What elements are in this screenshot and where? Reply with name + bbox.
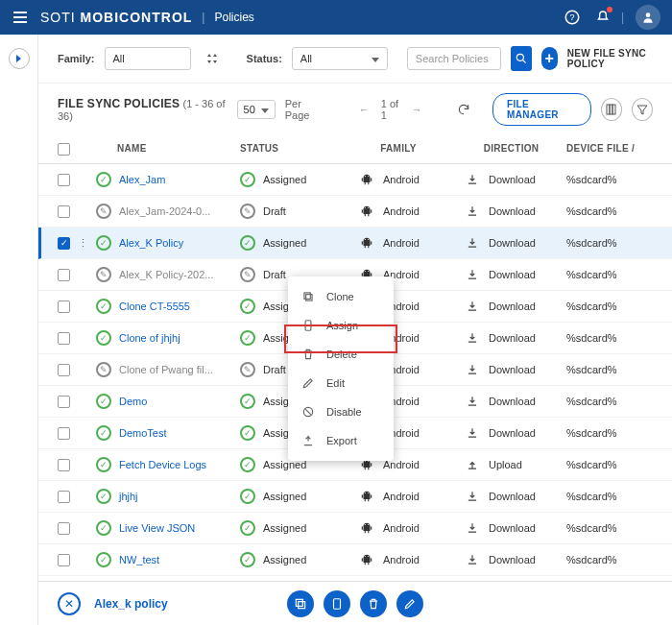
menu-item-delete[interactable]: Delete <box>288 340 394 369</box>
svg-rect-102 <box>296 599 302 606</box>
family-text: Android <box>383 522 420 534</box>
row-checkbox[interactable] <box>58 427 70 440</box>
policy-name-link[interactable]: Alex_K Policy <box>119 237 183 249</box>
col-name[interactable]: NAME <box>96 143 240 156</box>
clone-action[interactable] <box>287 590 314 617</box>
row-checkbox[interactable] <box>58 459 70 471</box>
table-row[interactable]: ✓Alex_Jam✓AssignedAndroidDownload%sdcard… <box>38 164 672 196</box>
policy-name-link[interactable]: Demo <box>119 396 147 407</box>
table-row[interactable]: ✓Live View JSON✓AssignedAndroidDownload%… <box>38 513 672 544</box>
device-file-text: %sdcard% <box>566 554 653 565</box>
export-icon <box>301 434 315 447</box>
table-row[interactable]: ✓⋮✓Alex_K Policy✓AssignedAndroidDownload… <box>38 228 672 259</box>
row-checkbox[interactable] <box>58 554 70 566</box>
policy-name-link[interactable]: Clone CT-5555 <box>119 300 190 312</box>
row-checkbox[interactable] <box>58 332 70 345</box>
status-icon: ✓ <box>240 552 255 567</box>
policy-name-link[interactable]: Alex_K Policy-202... <box>119 269 213 280</box>
direction-icon <box>466 426 479 440</box>
pager-prev[interactable]: ← <box>353 101 375 118</box>
svg-rect-76 <box>371 526 372 530</box>
status-text: Assigned <box>263 554 306 565</box>
device-file-text: %sdcard% <box>566 396 653 407</box>
menu-item-assign[interactable]: Assign <box>288 311 394 340</box>
page-size-select[interactable]: 50 <box>237 100 276 119</box>
status-icon: ✓ <box>96 520 111 536</box>
close-selection-button[interactable]: ✕ <box>58 592 81 615</box>
sort-icon[interactable] <box>206 53 218 64</box>
table-row[interactable]: ✎Alex_Jam-2024-0...✎DraftAndroidDownload… <box>38 196 672 228</box>
policy-name-link[interactable]: Clone of Pwang fil... <box>119 364 213 375</box>
policy-name-link[interactable]: jhjhj <box>119 491 138 502</box>
status-filter-select[interactable]: All <box>292 47 388 70</box>
help-icon[interactable]: ? <box>560 5 585 30</box>
svg-point-19 <box>365 239 366 240</box>
refresh-button[interactable] <box>454 100 473 119</box>
svg-rect-103 <box>334 598 341 609</box>
svg-rect-65 <box>365 468 366 469</box>
new-policy-plus-button[interactable]: + <box>541 47 558 70</box>
device-file-text: %sdcard% <box>566 174 653 185</box>
row-checkbox[interactable] <box>58 269 70 281</box>
policy-name-link[interactable]: Alex_Jam-2024-0... <box>119 205 210 217</box>
policy-name-link[interactable]: NW_test <box>119 554 159 565</box>
svg-point-68 <box>368 493 369 493</box>
menu-item-clone[interactable]: Clone <box>288 282 394 311</box>
pager-next[interactable]: → <box>406 101 428 118</box>
row-checkbox[interactable]: ✓ <box>58 237 70 250</box>
policy-name-link[interactable]: DemoTest <box>119 427 167 439</box>
edit-action[interactable] <box>396 590 423 617</box>
col-device-file[interactable]: DEVICE FILE / <box>566 143 653 156</box>
direction-icon <box>466 268 479 281</box>
device-file-text: %sdcard% <box>566 427 653 439</box>
menu-item-export[interactable]: Export <box>288 426 394 455</box>
direction-icon <box>466 458 479 471</box>
file-manager-button[interactable]: FILE MANAGER <box>492 93 591 126</box>
col-status[interactable]: STATUS <box>240 143 341 156</box>
row-checkbox[interactable] <box>58 300 70 313</box>
search-button[interactable] <box>511 46 532 71</box>
direction-icon <box>466 331 479 345</box>
row-kebab-icon[interactable]: ⋮ <box>78 237 88 250</box>
status-icon: ✎ <box>96 362 111 377</box>
row-checkbox[interactable] <box>58 364 70 376</box>
selection-bar: ✕ Alex_k policy <box>38 581 672 625</box>
menu-item-disable[interactable]: Disable <box>288 397 394 426</box>
row-checkbox[interactable] <box>58 491 70 503</box>
svg-rect-70 <box>371 494 372 498</box>
policy-name-link[interactable]: Alex_Jam <box>119 174 165 185</box>
policy-name-link[interactable]: Fetch Device Logs <box>119 459 206 470</box>
expand-panel-button[interactable] <box>9 48 30 69</box>
table-row[interactable]: ✓jhjhj✓AssignedAndroidDownload%sdcard% <box>38 481 672 513</box>
user-avatar[interactable] <box>636 5 660 30</box>
direction-icon <box>466 300 479 313</box>
new-policy-label[interactable]: NEW FILE SYNC POLICY <box>567 48 653 69</box>
table-row[interactable]: ✓NW_test✓AssignedAndroidDownload%sdcard% <box>38 544 672 576</box>
search-input[interactable]: Search Policies <box>407 47 501 70</box>
row-checkbox[interactable] <box>58 522 70 535</box>
svg-point-62 <box>368 461 369 462</box>
col-direction[interactable]: DIRECTION <box>456 143 566 156</box>
policy-name-link[interactable]: Live View JSON <box>119 522 195 534</box>
status-icon: ✎ <box>96 204 111 219</box>
bell-icon[interactable] <box>590 5 615 30</box>
row-checkbox[interactable] <box>58 396 70 408</box>
svg-point-25 <box>365 271 366 272</box>
columns-button[interactable] <box>601 98 622 121</box>
select-all-checkbox[interactable] <box>58 143 70 156</box>
family-filter-select[interactable]: All <box>105 47 191 70</box>
status-icon: ✓ <box>240 172 255 187</box>
filter-button[interactable] <box>632 98 653 121</box>
hamburger-icon[interactable] <box>12 9 29 26</box>
assign-action[interactable] <box>324 590 350 617</box>
policy-name-link[interactable]: Clone of jhjhj <box>119 332 180 344</box>
delete-action[interactable] <box>360 590 387 617</box>
row-checkbox[interactable] <box>58 174 70 186</box>
svg-rect-17 <box>365 214 366 216</box>
android-icon <box>360 204 373 218</box>
status-icon: ✓ <box>96 425 111 441</box>
menu-item-edit[interactable]: Edit <box>288 369 394 397</box>
status-icon: ✓ <box>96 552 111 567</box>
row-checkbox[interactable] <box>58 205 70 218</box>
col-family[interactable]: FAMILY <box>341 143 456 156</box>
